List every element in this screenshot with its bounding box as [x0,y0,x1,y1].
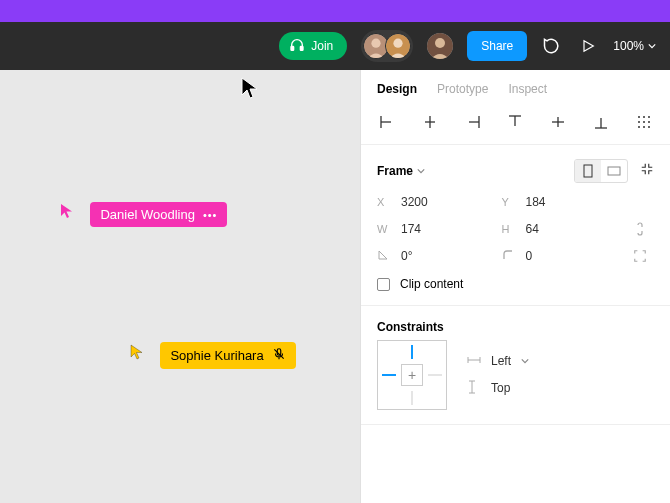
frame-title: Frame [377,164,413,178]
share-label: Share [481,39,513,53]
svg-point-31 [643,126,645,128]
constraint-h-value: Left [491,354,511,368]
share-button[interactable]: Share [467,31,527,61]
constraints-section: Constraints + Left [361,306,670,425]
radius-field[interactable]: 0 [502,249,627,263]
independent-corners-icon[interactable] [626,249,654,263]
collaborator-name: Daniel Woodling [100,207,194,222]
lock-aspect-icon[interactable] [626,221,654,237]
join-button[interactable]: Join [279,32,347,60]
svg-rect-33 [584,165,592,177]
vertical-icon [467,380,481,397]
orientation-toggle[interactable] [574,159,628,183]
join-label: Join [311,39,333,53]
align-bottom-icon[interactable] [591,112,611,132]
width-field[interactable]: W174 [377,221,502,237]
avatar[interactable] [427,33,453,59]
y-field[interactable]: Y184 [502,195,627,209]
alignment-row [361,106,670,145]
mouse-cursor-icon [241,77,259,105]
app-window: Join Share 100% Daniel Woodling ••• [0,22,670,503]
cursor-arrow-icon [130,344,146,360]
chevron-down-icon [648,39,656,53]
chevron-down-icon [417,164,425,178]
svg-point-7 [435,38,445,48]
collaborator-cursor: Sophie Kurihara [130,340,296,369]
svg-point-27 [638,121,640,123]
tab-prototype[interactable]: Prototype [437,82,488,96]
svg-point-30 [638,126,640,128]
collaborator-label[interactable]: Sophie Kurihara [160,342,295,369]
svg-point-28 [643,121,645,123]
frame-section: Frame X3200 Y184 W174 H64 0° [361,145,670,306]
x-field[interactable]: X3200 [377,195,502,209]
rotation-field[interactable]: 0° [377,249,502,263]
align-vcenter-icon[interactable] [548,112,568,132]
collaborator-name: Sophie Kurihara [170,348,263,363]
zoom-control[interactable]: 100% [613,39,656,53]
constraints-diagram[interactable]: + [377,340,447,410]
constraint-vertical[interactable]: Top [467,380,529,397]
clip-label: Clip content [400,277,463,291]
chevron-down-icon [521,354,529,368]
resize-to-fit-icon[interactable] [640,162,654,180]
constraint-horizontal[interactable]: Left [467,354,529,368]
cursor-arrow-icon [60,203,76,219]
svg-point-32 [648,126,650,128]
svg-rect-0 [291,46,294,50]
inspector-panel: Design Prototype Inspect Frame [360,70,670,503]
checkbox-icon [377,278,390,291]
collaborator-label[interactable]: Daniel Woodling ••• [90,202,227,227]
height-field[interactable]: H64 [502,221,627,237]
svg-point-26 [648,116,650,118]
constraint-v-value: Top [491,381,510,395]
avatar-group[interactable] [361,30,413,62]
clip-content-checkbox[interactable]: Clip content [377,277,654,291]
svg-point-3 [372,39,381,48]
tab-design[interactable]: Design [377,82,417,96]
more-icon[interactable]: ••• [203,209,218,221]
svg-point-5 [394,39,403,48]
headset-icon [289,37,305,56]
panel-tabs: Design Prototype Inspect [361,70,670,106]
collaborator-cursor: Daniel Woodling ••• [60,200,227,227]
constraints-title: Constraints [377,320,654,334]
topbar: Join Share 100% [0,22,670,70]
distribute-icon[interactable] [634,112,654,132]
corner-radius-icon [502,249,516,263]
tab-inspect[interactable]: Inspect [508,82,547,96]
align-top-icon[interactable] [505,112,525,132]
svg-marker-8 [584,41,593,52]
svg-point-24 [638,116,640,118]
align-right-icon[interactable] [463,112,483,132]
play-icon[interactable] [577,35,599,57]
angle-icon [377,249,391,263]
portrait-icon[interactable] [575,160,601,182]
svg-rect-1 [301,46,304,50]
align-left-icon[interactable] [377,112,397,132]
mic-muted-icon[interactable] [272,347,286,364]
landscape-icon[interactable] [601,160,627,182]
comment-icon[interactable] [541,35,563,57]
canvas[interactable]: Daniel Woodling ••• Sophie Kurihara [0,70,360,503]
svg-point-29 [648,121,650,123]
svg-rect-34 [608,167,620,175]
align-hcenter-icon[interactable] [420,112,440,132]
horizontal-icon [467,354,481,368]
zoom-value: 100% [613,39,644,53]
svg-point-25 [643,116,645,118]
frame-dropdown[interactable]: Frame [377,164,425,178]
avatar[interactable] [385,33,411,59]
